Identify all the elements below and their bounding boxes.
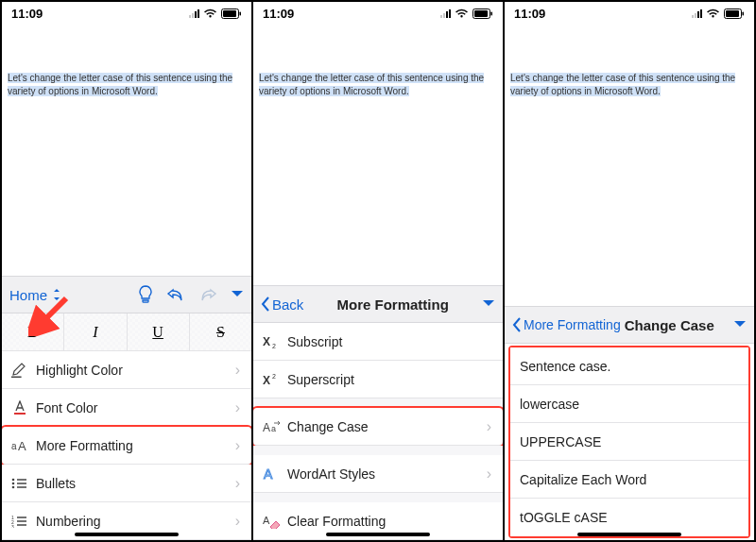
row-more-formatting[interactable]: aA More Formatting ›	[2, 427, 251, 465]
section-divider	[253, 398, 503, 408]
superscript-icon: X2	[263, 373, 287, 386]
panel-navbar: Back More Formatting	[253, 285, 503, 323]
option-label: tOGGLE cASE	[520, 510, 737, 525]
svg-text:2: 2	[272, 373, 276, 380]
text-selection[interactable]: Let's change the letter case of this sen…	[259, 73, 484, 96]
back-label: Back	[272, 296, 303, 313]
status-time: 11:09	[11, 7, 43, 21]
wifi-icon	[203, 8, 217, 19]
svg-text:a: a	[271, 424, 276, 433]
row-change-case[interactable]: Aa Change Case ›	[253, 408, 503, 446]
row-subscript[interactable]: X2 Subscript	[253, 323, 503, 361]
back-button[interactable]: More Formatting	[512, 317, 621, 332]
svg-text:A: A	[263, 421, 270, 433]
status-time: 11:09	[514, 7, 545, 21]
selected-text: Let's change the letter case of this sen…	[8, 73, 232, 96]
row-label: More Formatting	[36, 438, 235, 453]
redo-icon[interactable]	[198, 287, 217, 302]
row-label: Numbering	[36, 514, 235, 529]
selection-handle-start-icon[interactable]	[509, 69, 514, 86]
selection-handle-end-icon[interactable]	[412, 85, 417, 98]
chevron-left-icon	[512, 317, 522, 332]
status-icons	[440, 8, 493, 19]
subscript-icon: X2	[263, 335, 287, 348]
row-superscript[interactable]: X2 Superscript	[253, 361, 503, 398]
change-case-icon: Aa	[263, 420, 287, 433]
wordart-icon: A	[263, 466, 287, 482]
svg-text:a: a	[11, 441, 17, 451]
undo-icon[interactable]	[166, 287, 185, 302]
collapse-ribbon-icon[interactable]	[231, 290, 244, 299]
selection-handle-start-icon[interactable]	[258, 69, 263, 86]
svg-rect-26	[743, 11, 745, 15]
highlight-icon	[11, 363, 36, 378]
svg-point-9	[12, 485, 15, 488]
bold-button[interactable]: B	[2, 313, 64, 350]
ribbon-tab-label: Home	[9, 287, 47, 303]
chevron-right-icon: ›	[235, 513, 240, 530]
option-capitalize-each-word[interactable]: Capitalize Each Word	[510, 461, 748, 499]
collapse-ribbon-icon[interactable]	[733, 316, 747, 333]
selection-handle-end-icon[interactable]	[161, 85, 165, 98]
row-highlight-color[interactable]: Highlight Color ›	[2, 351, 251, 389]
clear-formatting-icon: A	[263, 514, 287, 529]
svg-text:A: A	[18, 439, 26, 452]
row-label: Superscript	[287, 372, 491, 387]
svg-rect-15	[491, 11, 493, 15]
row-bullets[interactable]: Bullets ›	[2, 465, 251, 502]
ribbon-tab-selector[interactable]: Home	[9, 287, 60, 303]
strikethrough-button[interactable]: S	[190, 313, 251, 350]
collapse-ribbon-icon[interactable]	[482, 296, 495, 313]
status-icons	[692, 8, 745, 19]
svg-rect-14	[474, 10, 488, 17]
underline-button[interactable]: U	[128, 313, 190, 350]
more-formatting-icon: aA	[11, 439, 36, 452]
back-button[interactable]: Back	[261, 296, 303, 313]
svg-text:A: A	[264, 466, 273, 482]
chevron-right-icon: ›	[235, 437, 240, 454]
option-toggle-case[interactable]: tOGGLE cASE	[510, 499, 748, 536]
svg-rect-25	[726, 10, 739, 17]
option-label: lowercase	[520, 397, 737, 412]
selection-handle-start-icon[interactable]	[7, 69, 11, 86]
option-lowercase[interactable]: lowercase	[510, 385, 748, 423]
status-bar: 11:09	[505, 2, 754, 25]
document-canvas[interactable]: Let's change the letter case of this sen…	[253, 25, 503, 285]
text-selection[interactable]: Let's change the letter case of this sen…	[510, 73, 735, 96]
document-canvas[interactable]: Let's change the letter case of this sen…	[2, 25, 251, 276]
section-divider	[253, 446, 503, 455]
signal-icon	[440, 8, 451, 18]
chevron-right-icon: ›	[235, 362, 240, 379]
battery-icon	[724, 8, 745, 19]
status-bar: 11:09	[253, 2, 503, 25]
back-label: More Formatting	[524, 317, 621, 332]
text-selection[interactable]: Let's change the letter case of this sen…	[8, 73, 232, 96]
chevron-right-icon: ›	[487, 418, 491, 435]
option-uppercase[interactable]: UPPERCASE	[510, 423, 748, 461]
document-canvas[interactable]: Let's change the letter case of this sen…	[505, 25, 754, 306]
panel-title: Change Case	[621, 317, 733, 333]
font-color-icon	[11, 400, 36, 415]
home-indicator	[75, 533, 179, 536]
row-wordart[interactable]: A WordArt Styles ›	[253, 455, 503, 493]
svg-rect-4	[14, 413, 26, 415]
svg-text:2: 2	[272, 343, 276, 348]
screenshot-pane-3: 11:09 Let's change the letter case of th…	[505, 2, 754, 540]
row-font-color[interactable]: Font Color ›	[2, 389, 251, 427]
signal-icon	[189, 8, 199, 18]
selected-text: Let's change the letter case of this sen…	[259, 73, 484, 96]
change-case-options: Sentence case. lowercase UPPERCASE Capit…	[508, 346, 750, 538]
section-divider	[253, 493, 503, 502]
italic-button[interactable]: I	[64, 313, 127, 350]
row-label: Bullets	[36, 476, 235, 491]
chevron-right-icon: ›	[487, 466, 491, 483]
row-label: WordArt Styles	[287, 466, 487, 482]
ribbon-toolbar: Home	[2, 276, 251, 313]
wifi-icon	[706, 8, 720, 19]
selection-handle-end-icon[interactable]	[663, 85, 668, 98]
battery-icon	[221, 8, 242, 19]
option-sentence-case[interactable]: Sentence case.	[510, 347, 748, 385]
lightbulb-icon[interactable]	[138, 285, 153, 304]
home-indicator	[577, 533, 681, 536]
svg-rect-2	[240, 11, 242, 15]
